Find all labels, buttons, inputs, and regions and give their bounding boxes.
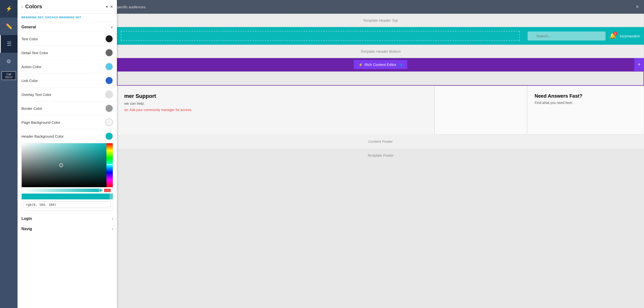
panel-actions: ▾ ✕ — [106, 5, 113, 9]
content-footer-label: Content Footer — [368, 139, 393, 143]
color-swatch-header-bg[interactable] — [105, 132, 113, 140]
template-header-bottom: Template Header Bottom — [117, 45, 644, 58]
sidebar-item-gear[interactable]: ⚙ — [0, 53, 18, 70]
color-row-link: Link Color — [18, 73, 117, 87]
answers-title: Need Answers Fast? — [535, 93, 636, 99]
section-nav-header[interactable]: Navig › — [18, 223, 117, 234]
colors-panel: ‹ Colors ▾ ✕ BRANDING SET: CHICAGO BRAND… — [18, 0, 117, 308]
template-header-bottom-label: Template Header Bottom — [360, 49, 401, 53]
panel-header: ‹ Colors ▾ ✕ — [18, 0, 117, 14]
template-footer-label: Template Footer — [367, 153, 394, 158]
header-right: 🔔 1 lucymazalon — [610, 33, 640, 39]
notification-close-button[interactable]: ✕ — [636, 4, 639, 10]
picker-gradient-area — [22, 143, 113, 187]
panel-title: Colors — [25, 4, 104, 10]
section-login-title: Login — [22, 217, 32, 221]
rce-audience-icon: 👥 — [398, 63, 402, 67]
color-swatch-border[interactable] — [105, 104, 113, 112]
color-swatch-page-bg[interactable] — [105, 118, 113, 126]
sidebar-item-pencil[interactable]: ✏️ — [0, 18, 18, 35]
username-label: lucymazalon — [620, 34, 640, 38]
color-row-detail-text: Detail Text Color — [18, 46, 117, 60]
color-label-detail-text: Detail Text Color — [22, 51, 48, 55]
search-wrapper: 🔍 — [528, 32, 606, 41]
hue-marker — [106, 164, 113, 165]
picker-canvas[interactable] — [22, 143, 106, 187]
sidebar: ⚡ ✏️ ☰ ⚙ Call 312-U — [0, 0, 18, 308]
opacity-strip[interactable] — [104, 189, 111, 192]
bell-badge: 1 — [613, 32, 617, 35]
color-label-page-bg: Page Background Color — [22, 120, 60, 124]
rich-content-bar: ⚡ Rich Content Editor 👥 + — [117, 58, 644, 71]
content-footer: Content Footer — [117, 134, 644, 148]
color-row-text: Text Color — [18, 32, 117, 46]
hex-row: rgb(8, 184, 184) — [22, 199, 113, 210]
color-swatch-detail-text[interactable] — [105, 49, 113, 57]
color-row-page-bg: Page Background Color — [18, 115, 117, 129]
bell-wrapper: 🔔 1 — [610, 33, 616, 39]
gear-icon: ⚙ — [6, 58, 11, 65]
section-login-header[interactable]: Login › — [18, 213, 117, 223]
picker-hue-strip[interactable] — [106, 143, 113, 187]
sidebar-item-menu[interactable]: ☰ — [0, 35, 18, 53]
purple-border-box — [117, 71, 644, 86]
template-header-top: Template Header Top — [117, 14, 644, 27]
panel-content: General ∨ Text Color Detail Text Color A… — [18, 22, 117, 308]
rich-content-editor-button[interactable]: ⚡ Rich Content Editor 👥 — [354, 60, 407, 69]
color-swatch-action[interactable] — [105, 63, 113, 71]
color-swatch-overlay-text[interactable] — [105, 91, 113, 98]
color-label-border: Border Color — [22, 106, 42, 111]
template-footer: Template Footer — [117, 148, 644, 162]
panel-indicator: Call 312-U — [2, 71, 16, 80]
color-row-header-bg: Header Background Color — [18, 129, 117, 143]
rce-label: Rich Content Editor — [364, 63, 396, 67]
branding-label: BRANDING SET: CHICAGO BRANDING SET — [18, 14, 117, 22]
color-label-text: Text Color — [22, 37, 38, 41]
main-content: Template Header Top 🔍 🔔 1 lucymazalon Te… — [117, 14, 644, 308]
branding-name: CHICAGO BRANDING SET — [45, 16, 81, 19]
color-preview-strip — [22, 194, 113, 199]
content-area: mer Support we can help. se. Ask your co… — [117, 86, 644, 134]
sidebar-item-lightning[interactable]: ⚡ — [0, 0, 18, 18]
template-header-top-label: Template Header Top — [363, 18, 398, 23]
support-title: mer Support — [124, 93, 427, 99]
menu-icon: ☰ — [7, 41, 12, 47]
color-label-overlay-text: Overlay Text Color — [22, 92, 52, 97]
section-nav-chevron-icon: › — [112, 227, 113, 231]
color-label-header-bg: Header Background Color — [22, 134, 64, 138]
alpha-bar[interactable] — [24, 189, 102, 192]
section-general-header[interactable]: General ∨ — [18, 22, 117, 32]
back-button[interactable]: ‹ — [22, 5, 23, 9]
section-chevron-icon: ∨ — [110, 25, 113, 29]
section-general-title: General — [22, 25, 36, 29]
support-sub: we can help. — [124, 101, 427, 105]
rce-lightning-icon: ⚡ — [358, 63, 363, 67]
support-link[interactable]: se. Ask your community manager for acces… — [124, 108, 427, 112]
lightning-icon: ⚡ — [6, 6, 12, 12]
alpha-knob — [99, 189, 102, 192]
branding-prefix: BRANDING SET: — [22, 16, 44, 19]
alpha-row — [22, 187, 113, 194]
dropdown-button[interactable]: ▾ — [106, 5, 108, 9]
rgb-input[interactable]: rgb(8, 184, 184) — [24, 201, 111, 208]
answers-sub: Find what you need here. — [535, 101, 636, 105]
color-preview-knob — [110, 194, 113, 199]
close-panel-button[interactable]: ✕ — [110, 5, 113, 9]
search-input[interactable] — [528, 32, 606, 41]
content-right: Need Answers Fast? Find what you need he… — [527, 86, 644, 134]
header-teal-bar: 🔍 🔔 1 lucymazalon — [117, 27, 644, 45]
picker-cursor — [59, 163, 63, 167]
pencil-icon: ✏️ — [6, 23, 12, 30]
color-row-overlay-text: Overlay Text Color — [18, 87, 117, 101]
color-row-action: Action Color — [18, 60, 117, 73]
content-separator-box — [434, 86, 527, 134]
content-left: mer Support we can help. se. Ask your co… — [117, 86, 434, 134]
color-picker: rgb(8, 184, 184) — [22, 143, 113, 211]
color-swatch-text[interactable] — [105, 35, 113, 43]
color-row-border: Border Color — [18, 101, 117, 115]
section-nav-title: Navig — [22, 227, 32, 231]
rich-content-plus-button[interactable]: + — [634, 58, 644, 71]
color-swatch-link[interactable] — [105, 77, 113, 84]
section-login-chevron-icon: › — [112, 217, 113, 221]
color-label-action: Action Color — [22, 65, 42, 69]
